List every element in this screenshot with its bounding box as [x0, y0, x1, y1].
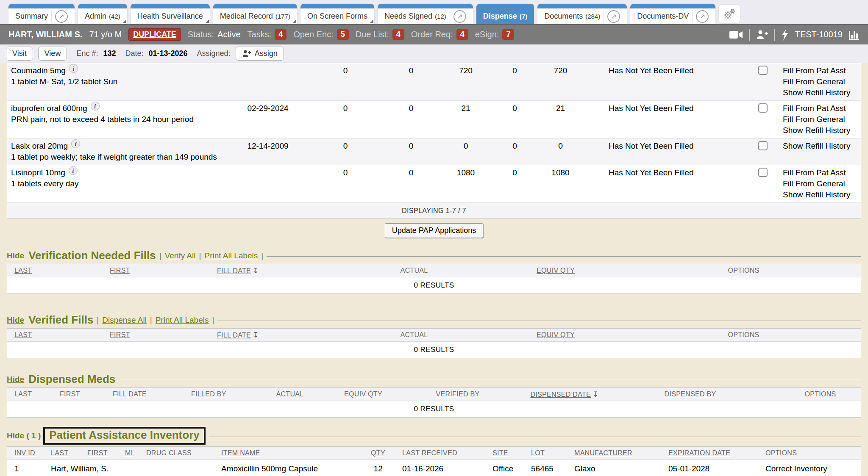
esign-count-badge[interactable]: 7 — [502, 29, 514, 40]
show-refill-history-link[interactable]: Show Refill History — [783, 141, 861, 152]
dispense-all-link[interactable]: Dispense All — [102, 315, 147, 325]
tab-admin[interactable]: Admin (42) — [78, 4, 127, 24]
tasks-count-badge[interactable]: 4 — [275, 29, 287, 40]
col-inv-id[interactable]: INV ID — [7, 449, 51, 457]
med-select-checkbox[interactable] — [758, 141, 768, 150]
medication-table: Coumadin 5mg 1 tablet M- Sat, 1/2 tablet… — [7, 63, 861, 219]
assign-button[interactable]: Assign — [236, 47, 284, 61]
fill-from-general-link[interactable]: Fill From General — [783, 178, 861, 189]
col-dispensed-by[interactable]: DISPENSED BY — [601, 390, 780, 398]
col-fill-date[interactable]: FILL DATE — [217, 331, 343, 340]
tab-documents-dv[interactable]: Documents-DV — [630, 4, 715, 24]
hide-link[interactable]: Hide — [7, 251, 24, 260]
tab-needs-signed[interactable]: Needs Signed (12) — [378, 4, 473, 24]
show-refill-history-link[interactable]: Show Refill History — [783, 125, 861, 136]
settings-gears-button[interactable] — [719, 5, 740, 23]
col-last[interactable]: LAST — [7, 331, 110, 339]
col-fill-date[interactable]: FILL DATE — [217, 266, 343, 275]
verify-all-link[interactable]: Verify All — [165, 251, 196, 260]
col-last[interactable]: LAST — [7, 390, 60, 398]
open-enc-count-badge[interactable]: 5 — [337, 29, 349, 40]
fill-from-pat-asst-link[interactable]: Fill From Pat Asst — [783, 103, 861, 114]
hide-link[interactable]: Hide — [7, 375, 24, 384]
col-verified-by[interactable]: VERIFIED BY — [387, 390, 529, 398]
info-icon[interactable] — [91, 102, 100, 111]
duplicate-badge[interactable]: DUPLICATE — [128, 28, 181, 41]
fill-from-general-link[interactable]: Fill From General — [783, 114, 861, 125]
print-all-labels-link[interactable]: Print All Labels — [204, 251, 258, 260]
add-person-icon[interactable] — [756, 29, 768, 40]
patient-banner: HART, WILLIAM S. 71 y/o M DUPLICATE Stat… — [0, 24, 868, 44]
col-manufacturer[interactable]: MANUFACTURER — [574, 449, 668, 457]
col-item-name[interactable]: ITEM NAME — [221, 449, 361, 457]
inv-lot: 56465 — [531, 464, 574, 473]
med-name-cell: Lisinopril 10mg 1 tablets every day — [7, 167, 228, 200]
order-req-count-badge[interactable]: 4 — [456, 29, 468, 40]
inv-qty: 12 — [361, 464, 395, 473]
col-site[interactable]: SITE — [492, 449, 531, 457]
qty-value: 1080 — [440, 167, 492, 200]
show-refill-history-link[interactable]: Show Refill History — [783, 87, 861, 98]
fill-from-general-link[interactable]: Fill From General — [783, 76, 861, 87]
tab-on-screen-forms[interactable]: On Screen Forms — [300, 4, 374, 24]
view-button[interactable]: View — [38, 47, 67, 61]
hide-link[interactable]: Hide ( 1 ) — [7, 431, 41, 440]
col-equiv-qty[interactable]: EQUIV QTY — [485, 331, 626, 339]
update-pap-applications-button[interactable]: Update PAP Applications — [385, 223, 483, 238]
tab-medical-record[interactable]: Medical Record (177) — [213, 4, 297, 24]
visit-button[interactable]: Visit — [6, 47, 33, 61]
hide-link[interactable]: Hide — [7, 315, 24, 325]
tab-dispense[interactable]: Dispense (7) — [476, 4, 534, 24]
popout-icon[interactable] — [607, 10, 620, 23]
lightning-icon[interactable] — [781, 29, 789, 41]
tab-label: Documents — [544, 12, 583, 21]
print-all-labels-link[interactable]: Print All Labels — [156, 315, 209, 325]
col-mi[interactable]: MI — [125, 449, 146, 457]
popout-icon[interactable] — [696, 10, 709, 23]
bar-chart-icon[interactable] — [849, 29, 860, 40]
col-first[interactable]: FIRST — [60, 390, 113, 398]
med-row-coumadin: Coumadin 5mg 1 tablet M- Sat, 1/2 tablet… — [7, 63, 861, 101]
video-camera-icon[interactable] — [729, 30, 743, 40]
col-equiv-qty[interactable]: EQUIV QTY — [339, 390, 387, 398]
popout-icon[interactable] — [55, 10, 68, 23]
tab-summary[interactable]: Summary — [8, 4, 75, 24]
fill-status: Has Not Yet Been Filled — [584, 167, 753, 200]
inventory-row: 1 Hart, William, S. Amoxicillin 500mg Ca… — [7, 460, 861, 476]
col-first[interactable]: FIRST — [110, 331, 217, 339]
col-first[interactable]: FIRST — [87, 449, 125, 457]
separator — [261, 251, 263, 260]
show-refill-history-link[interactable]: Show Refill History — [783, 189, 861, 200]
col-equiv-qty[interactable]: EQUIV QTY — [485, 267, 626, 274]
info-icon[interactable] — [69, 166, 78, 175]
col-last[interactable]: LAST — [7, 267, 110, 274]
fill-from-pat-asst-link[interactable]: Fill From Pat Asst — [783, 65, 861, 76]
inv-patient-name: Hart, William, S. — [51, 464, 221, 473]
open-enc-label: Open Enc: — [293, 30, 334, 39]
col-last[interactable]: LAST — [51, 449, 87, 457]
popout-icon[interactable] — [453, 10, 466, 23]
col-filled-by[interactable]: FILLED BY — [191, 390, 240, 398]
separator — [150, 315, 152, 325]
col-dispensed-date[interactable]: DISPENSED DATE — [529, 390, 601, 399]
inv-item-name: Amoxicillin 500mg Capsule — [221, 464, 361, 473]
tab-count: (177) — [275, 13, 290, 20]
tab-documents[interactable]: Documents (284) — [537, 4, 627, 24]
due-list-count-badge[interactable]: 4 — [392, 29, 404, 40]
tab-health-surveillance[interactable]: Health Surveillance — [131, 4, 210, 24]
med-select-checkbox[interactable] — [758, 168, 768, 177]
col-qty[interactable]: QTY — [361, 449, 395, 457]
info-icon[interactable] — [69, 64, 78, 73]
section-header: Hide Verified Fills Dispense All Print A… — [7, 313, 861, 327]
correct-inventory-link[interactable]: Correct Inventory — [765, 464, 861, 473]
section-title-highlighted: Patient Assistance Inventory — [43, 427, 206, 445]
col-expiration-date[interactable]: EXPIRATION DATE — [668, 449, 765, 457]
col-first[interactable]: FIRST — [110, 267, 217, 274]
col-fill-date[interactable]: FILL DATE — [113, 390, 191, 398]
info-icon[interactable] — [71, 139, 80, 148]
col-lot[interactable]: LOT — [531, 449, 574, 457]
med-select-checkbox[interactable] — [758, 66, 768, 75]
med-select-checkbox[interactable] — [758, 103, 768, 113]
fill-from-pat-asst-link[interactable]: Fill From Pat Asst — [783, 167, 861, 178]
fill-date: 12-14-2009 — [228, 141, 308, 163]
